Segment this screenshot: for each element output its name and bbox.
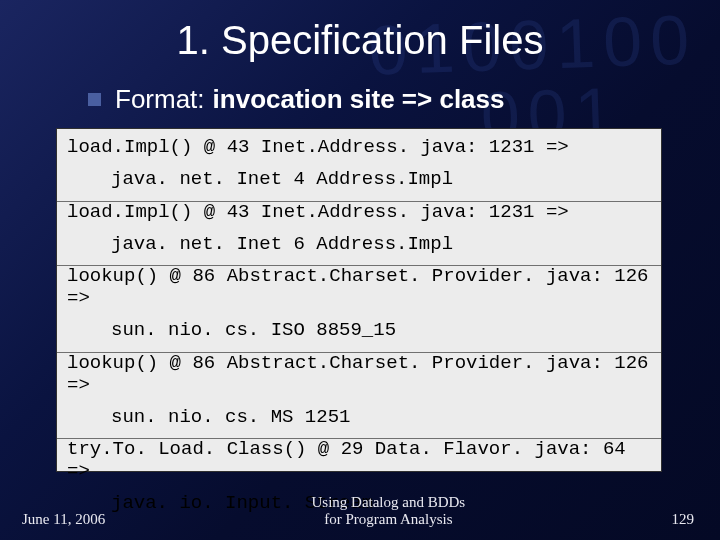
entry-signature: lookup() @ 86 Abstract.Charset. Provider…	[67, 353, 651, 407]
format-label: Format:	[115, 84, 205, 115]
entry-signature: try.To. Load. Class() @ 29 Data. Flavor.…	[67, 439, 651, 493]
entry-signature: load.Impl() @ 43 Inet.Address. java: 123…	[67, 202, 651, 234]
slide-footer: June 11, 2006 Using Datalog and BDDs for…	[0, 494, 720, 529]
code-entry: lookup() @ 86 Abstract.Charset. Provider…	[57, 353, 661, 440]
footer-source-line2: for Program Analysis	[311, 511, 465, 528]
entry-signature: load.Impl() @ 43 Inet.Address. java: 123…	[67, 137, 651, 169]
entry-target: java. net. Inet 6 Address.Impl	[67, 234, 651, 266]
entry-signature: lookup() @ 86 Abstract.Charset. Provider…	[67, 266, 651, 320]
format-value: invocation site => class	[213, 84, 505, 115]
format-row: Format: invocation site => class	[88, 84, 505, 115]
slide-title: 1. Specification Files	[0, 18, 720, 63]
footer-page-number: 129	[671, 511, 694, 528]
footer-source-line1: Using Datalog and BDDs	[311, 494, 465, 511]
entry-target: java. net. Inet 4 Address.Impl	[67, 169, 651, 201]
code-listing: load.Impl() @ 43 Inet.Address. java: 123…	[56, 128, 662, 472]
entry-target: sun. nio. cs. ISO 8859_15	[67, 320, 651, 352]
code-entry: load.Impl() @ 43 Inet.Address. java: 123…	[57, 137, 661, 202]
code-entry: load.Impl() @ 43 Inet.Address. java: 123…	[57, 202, 661, 267]
footer-source: Using Datalog and BDDs for Program Analy…	[311, 494, 465, 529]
entry-target: sun. nio. cs. MS 1251	[67, 407, 651, 439]
bullet-icon	[88, 93, 101, 106]
code-entry: lookup() @ 86 Abstract.Charset. Provider…	[57, 266, 661, 353]
footer-date: June 11, 2006	[22, 511, 105, 528]
slide: 0100100 001 11 1. Specification Files Fo…	[0, 0, 720, 540]
